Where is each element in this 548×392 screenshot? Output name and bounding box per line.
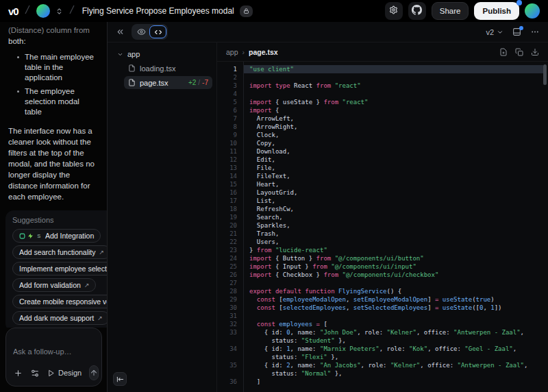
code-line[interactable]: 16 LayoutGrid, [217,188,548,197]
tree-file-row[interactable]: page.tsx +2/-7 [124,76,212,89]
v0-app-window: v0 Flying Service Propose Employees moda… [0,0,548,392]
line-number: 13 [217,164,243,172]
code-line[interactable]: 35 { id: 2, name: "An Jacobs", role: "Ke… [217,361,548,369]
chat-paragraph: The interface now has a cleaner look wit… [8,125,99,202]
code-tab[interactable] [149,25,166,38]
code-line[interactable]: 13 File, [217,164,548,172]
code-line[interactable]: 2 [217,73,548,82]
code-line[interactable]: 8 ArrowRight, [217,123,548,131]
code-line[interactable]: 18 RefreshCw, [217,205,548,213]
user-avatar[interactable] [525,3,540,19]
code-line[interactable]: 19 Search, [217,213,548,221]
line-number: 29 [217,295,243,304]
version-selector[interactable]: v2 [486,28,503,36]
code-line[interactable]: 27 [217,279,548,287]
preview-tab[interactable] [133,25,149,38]
suggestion-pill[interactable]: Implement employee selection [12,262,107,275]
gear-icon [389,5,398,16]
publish-label: Publish [482,7,511,15]
code-line[interactable]: 1"use client" [217,65,548,73]
arrow-up-right-icon: ↗ [99,249,104,256]
follow-up-composer: Design [5,328,102,387]
line-number [217,369,243,378]
bullet-dot [17,90,19,93]
settings-button[interactable] [385,2,403,20]
chat-message-area[interactable]: (Distance) column from both: The main em… [0,22,107,328]
code-line[interactable]: 15 Heart, [217,180,548,188]
code-line[interactable]: 7 ArrowLeft, [217,114,548,123]
code-line[interactable]: status: "Normal" }, [217,369,548,378]
code-line[interactable]: 21 Trash, [217,230,548,238]
arrow-left-to-line-icon [116,376,124,383]
collapse-sidebar-button[interactable] [116,27,125,36]
code-line[interactable]: 10 Copy, [217,139,548,147]
design-mode-button[interactable]: Design [47,369,82,377]
send-button[interactable] [89,365,99,380]
code-line[interactable]: 4 [217,90,548,98]
code-line[interactable]: 26import { Checkbox } from "@/components… [217,271,548,279]
editor-more-button[interactable] [530,27,540,36]
code-line[interactable]: 9 Clock, [217,131,548,139]
code-line[interactable]: 3import type React from "react" [217,82,548,90]
cursor-triangle-icon [47,369,55,377]
code-line[interactable]: 31 [217,312,548,320]
breadcrumb-file: page.tsx [249,48,278,56]
tree-folder-app[interactable]: app [114,48,212,60]
scrollbar-thumb[interactable] [543,64,547,85]
code-text: Sparkles, [243,221,543,230]
code-line[interactable]: 32 const employees = [ [217,320,548,328]
follow-up-input[interactable] [13,347,95,356]
attach-button[interactable] [14,369,23,378]
code-line[interactable]: 36 ] [217,378,548,386]
code-line[interactable]: 33 { id: 0, name: "John Doe", role: "Kel… [217,328,548,336]
v0-logo[interactable]: v0 [8,5,18,17]
code-line[interactable]: 34 { id: 1, name: "Marnix Peeters", role… [217,345,548,353]
code-line[interactable]: status: "Flexi" }, [217,353,548,361]
copy-code-button[interactable] [515,48,523,56]
list-item: The employee selection modal table [8,86,99,117]
code-line[interactable]: status: "Student" }, [217,336,548,345]
download-button[interactable] [531,48,539,56]
code-line[interactable]: 20 Sparkles, [217,221,548,230]
suggestion-pill[interactable]: Add search functionality ↗ [12,245,107,259]
tree-file-row[interactable]: loading.tsx [124,62,212,75]
file-diff-icon [499,48,508,56]
code-line[interactable]: 24import { Button } from "@/components/u… [217,254,548,262]
model-settings-button[interactable] [30,369,40,378]
project-avatar[interactable] [36,4,50,18]
suggestion-label: Create mobile responsive version [19,297,107,306]
code-line[interactable]: 5import { useState } from "react" [217,98,548,106]
add-integration-button[interactable]: S Add Integration [12,229,101,243]
chevron-down-icon [497,29,503,36]
share-button[interactable]: Share [432,2,469,20]
chevrons-left-icon [116,27,125,36]
suggestion-label: Add form validation [19,281,81,289]
code-lines[interactable]: 1"use client"23import type React from "r… [217,62,548,392]
code-line[interactable]: 14 FileText, [217,172,548,180]
suggestion-pill[interactable]: Create mobile responsive version [12,295,107,308]
line-number: 24 [217,254,243,262]
code-line[interactable]: 11 Download, [217,147,548,156]
code-line[interactable]: 12 Edit, [217,156,548,164]
line-number: 5 [217,98,243,106]
publish-button[interactable]: Publish [474,2,519,20]
code-text: File, [243,164,543,172]
chat-sidebar: (Distance) column from both: The main em… [0,22,108,392]
suggestion-pill[interactable]: Add dark mode support ↗ [12,311,107,325]
layout-panel-button[interactable] [512,27,521,36]
github-button[interactable] [408,2,426,20]
code-line[interactable]: 25import { Input } from "@/components/ui… [217,262,548,271]
code-line[interactable]: 29 const [employeeModalOpen, setEmployee… [217,295,548,304]
chevrons-up-down-icon[interactable] [55,8,63,15]
code-line[interactable]: 17 List, [217,197,548,205]
code-line[interactable]: 22 Users, [217,238,548,246]
code-text: { id: 0, name: "John Doe", role: "Kelner… [243,328,543,336]
code-line[interactable]: 6import { [217,106,548,114]
file-diff-button[interactable] [499,48,508,56]
code-line[interactable]: 28export default function FlyingService(… [217,287,548,295]
privacy-lock-badge[interactable] [240,5,253,17]
collapse-tree-button[interactable] [113,372,127,386]
suggestion-pill[interactable]: Add form validation ↗ [12,278,96,292]
code-line[interactable]: 30 const [selectedEmployees, setSelected… [217,304,548,312]
code-line[interactable]: 23} from "lucide-react" [217,246,548,254]
